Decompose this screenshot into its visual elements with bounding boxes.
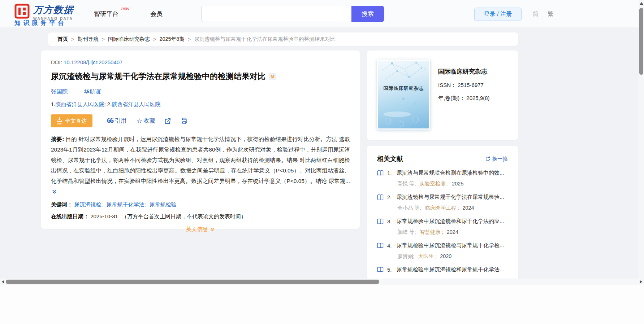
horizontal-scrollbar[interactable] <box>0 279 644 285</box>
related-item-number: 4. <box>387 242 397 249</box>
issn-value: 2515-6977 <box>458 82 484 88</box>
favorite-button[interactable]: ☆ 收藏 <box>137 117 155 125</box>
related-item-number: 2. <box>387 194 397 200</box>
page-title: 尿沉渣镜检与尿常规干化学法在尿常规检验中的检测结果对比 <box>51 71 265 82</box>
doi-link[interactable]: 10.12208/j.ijcr.20250407 <box>64 59 122 65</box>
share-button[interactable] <box>164 118 171 124</box>
keyword-link[interactable]: 尿常规干化学法 <box>107 201 144 207</box>
author-link[interactable]: 张国院 <box>51 88 68 96</box>
related-item-title[interactable]: 尿常规检验中尿沉渣镜检与尿常规干化学检... <box>397 242 504 249</box>
keyword-link[interactable]: 尿常规检验 <box>150 201 177 207</box>
print-button[interactable] <box>181 118 188 124</box>
keywords-label: 关键词： <box>51 201 73 207</box>
related-title: 相关文献 <box>377 154 403 163</box>
search-input[interactable] <box>201 6 351 22</box>
breadcrumb-separator: > <box>71 36 74 42</box>
nav-zhiyan-platform[interactable]: 智研平台 new <box>94 10 118 18</box>
related-item-source[interactable]: 临床医学工程 ; <box>425 205 459 211</box>
publish-date-row: 在线出版日期： 2025-10-31 （万方平台首次上网日期，不代表论文的发表时… <box>51 213 350 220</box>
english-info-row: 英文信息 <box>51 226 350 233</box>
affiliation-link[interactable]: 陕西省洋县人民医院 <box>56 101 104 107</box>
related-item-title[interactable]: 尿沉渣镜检与尿常规干化学法在尿常规检验... <box>397 194 504 201</box>
page-content: 首页 > 期刊导航 > 国际临床研究杂志 > 2025年8期 > 尿沉渣镜检与尿… <box>0 27 639 279</box>
brand-tagline: 知识服务平台 <box>14 19 66 27</box>
journal-name-link[interactable]: 国际临床研究杂志 <box>438 67 490 76</box>
related-item-source[interactable]: 大医生 ; <box>418 253 437 259</box>
english-info-toggle[interactable]: 英文信息 <box>186 226 215 233</box>
breadcrumb: 首页 > 期刊导航 > 国际临床研究杂志 > 2025年8期 > 尿沉渣镜检与尿… <box>48 32 518 46</box>
volume-value: 2025,9(8) <box>466 95 489 101</box>
breadcrumb-home[interactable]: 首页 <box>57 36 68 43</box>
login-register-button[interactable]: 登录 / 注册 <box>474 8 522 21</box>
scroll-left-arrow[interactable] <box>2 280 4 284</box>
window-bottom-area <box>0 285 644 324</box>
scroll-up-arrow[interactable] <box>640 2 643 5</box>
nav-member-label: 会员 <box>150 10 163 17</box>
keyword-separator: ; <box>144 201 146 207</box>
journal-card: 国际临床研究杂志 国际临床研究杂志 ISSN： 2515-6977 年,卷(期)… <box>367 51 518 140</box>
medical-badge[interactable]: M <box>269 73 276 80</box>
abstract-block: 摘要: 目的 针对尿常规检验开展时，运用尿沉渣镜检与尿常规干化学法情况下，获得的… <box>51 134 350 198</box>
issn-label: ISSN： <box>438 82 456 88</box>
book-icon <box>377 267 384 273</box>
cite-label: 引用 <box>115 117 126 125</box>
book-icon <box>377 242 384 249</box>
affiliation-link[interactable]: 陕西省洋县人民医院 <box>112 101 160 107</box>
chevron-double-down-icon <box>210 227 215 232</box>
related-item-authors: 高悦 等; <box>397 181 416 187</box>
book-icon <box>377 194 384 200</box>
refresh-icon <box>485 156 490 162</box>
breadcrumb-issue[interactable]: 2025年8期 <box>159 36 184 43</box>
related-item-title[interactable]: 尿沉渣与尿常规联合检测在尿液检验中的效... <box>397 170 504 176</box>
nav-member[interactable]: 会员 <box>150 10 163 18</box>
fulltext-label: 全文直达 <box>65 118 87 124</box>
header-nav: 智研平台 new 会员 <box>94 10 163 18</box>
related-item-authors: 颜峰 等; <box>397 229 416 235</box>
affiliations-row: 1.陕西省洋县人民医院; 2.陕西省洋县人民医院 <box>51 101 350 108</box>
related-item-source[interactable]: 实验室检测 ; <box>420 181 449 187</box>
related-item-title[interactable]: 尿常规检验中尿沉渣镜检和尿干化学法的应... <box>397 218 504 225</box>
new-badge: new <box>121 6 129 11</box>
book-icon <box>377 170 384 176</box>
share-icon <box>164 118 171 124</box>
vertical-scrollbar-thumb[interactable] <box>639 8 643 75</box>
lang-simplified[interactable]: 简 <box>533 10 543 18</box>
scroll-right-arrow[interactable] <box>640 280 642 284</box>
wanfang-logo[interactable]: 万方数据 WANFANG DATA <box>14 4 74 21</box>
breadcrumb-journal-nav[interactable]: 期刊导航 <box>77 36 98 43</box>
affiliation-index: 1. <box>51 101 56 107</box>
refresh-label: 换一换 <box>492 156 508 162</box>
related-literature-card: 相关文献 换一换 1. 尿沉渣与尿常规联合检测在尿液检验中的效... 高悦 等;… <box>367 146 518 279</box>
breadcrumb-journal[interactable]: 国际临床研究杂志 <box>108 36 150 43</box>
horizontal-scrollbar-thumb[interactable] <box>6 280 379 284</box>
vertical-scrollbar[interactable] <box>639 0 644 279</box>
expand-abstract-button[interactable] <box>52 187 57 198</box>
publish-date-note: （万方平台首次上网日期，不代表论文的发表时间） <box>122 213 246 219</box>
related-item-source[interactable]: 智慧健康 ; <box>420 229 444 235</box>
keyword-link[interactable]: 尿沉渣镜检 <box>74 201 101 207</box>
lang-traditional[interactable]: 繁 <box>543 10 553 18</box>
related-item-authors: 全小品 等; <box>397 205 421 211</box>
wanfang-logo-icon <box>14 4 30 19</box>
title-row: 尿沉渣镜检与尿常规干化学法在尿常规检验中的检测结果对比 M <box>51 71 350 82</box>
doi-row: DOI: 10.12208/j.ijcr.20250407 <box>51 59 350 65</box>
cite-button[interactable]: 66 引用 <box>107 117 126 125</box>
related-header: 相关文献 换一换 <box>377 154 508 163</box>
breadcrumb-current: 尿沉渣镜检与尿常规干化学法在尿常规检验中的检测结果对比 <box>194 36 336 43</box>
abstract-text: 目的 针对尿常规检验开展时，运用尿沉渣镜检与尿常规干化学法情况下，获得的检验结果… <box>51 136 350 184</box>
keywords-row: 关键词： 尿沉渣镜检; 尿常规干化学法; 尿常规检验 <box>51 201 350 208</box>
journal-issn-row: ISSN： 2515-6977 <box>438 82 490 89</box>
related-item-meta: 颜峰 等; 智慧健康 ; 2024 <box>397 229 508 236</box>
journal-cover[interactable]: 国际临床研究杂志 <box>377 60 430 130</box>
fulltext-button[interactable]: free 全文直达 <box>51 114 92 127</box>
author-link[interactable]: 华航谊 <box>84 88 101 96</box>
related-item-year: 2024 <box>462 205 474 211</box>
refresh-related-button[interactable]: 换一换 <box>485 156 508 162</box>
related-item-title[interactable]: 尿常规检验中尿沉渣镜检和尿常规干化学法... <box>397 266 504 273</box>
top-header: 万方数据 WANFANG DATA 知识服务平台 智研平台 new 会员 搜索 … <box>0 0 644 27</box>
related-item-number: 3. <box>387 218 397 224</box>
related-item-year: 2024 <box>447 229 458 235</box>
search-button[interactable]: 搜索 <box>351 6 384 22</box>
list-item: 2. 尿沉渣镜检与尿常规干化学法在尿常规检验... 全小品 等; 临床医学工程 … <box>377 194 508 211</box>
print-icon <box>181 118 188 124</box>
